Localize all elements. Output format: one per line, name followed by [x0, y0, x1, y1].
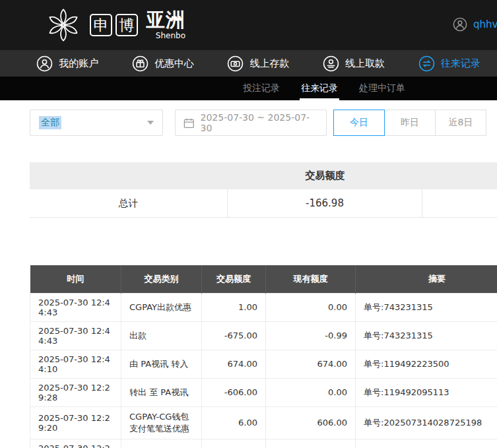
transaction-row: 2025-07-30 12:44:43出款-675.00-0.99单号:7432… [30, 321, 497, 350]
type-select[interactable]: 全部 [30, 110, 163, 136]
transaction-cell-summary: 单号:119492095113 [356, 378, 497, 406]
transaction-cell-balance: 0.00 [266, 293, 356, 321]
transaction-row: 2025-07-30 12:44:10由 PA视讯 转入674.00674.00… [30, 350, 497, 378]
records-icon [418, 55, 435, 72]
transaction-cell-balance: 600.00 [266, 439, 356, 448]
transactions-header-row: 时间 交易类别 交易额度 现有额度 摘要 [30, 265, 497, 293]
summary-table: 交易额度 总计 -166.98 [30, 162, 497, 218]
brand-logo[interactable]: 申 博 亚洲 Shenbo [45, 7, 185, 44]
main-navigation: 我的账户 优惠中心 线上存款 线上取款 往来记录 [0, 50, 497, 77]
tab-transaction-records[interactable]: 往来记录 [301, 77, 338, 100]
lotus-logo-icon [45, 7, 82, 44]
quick-range-buttons: 今日 昨日 近8日 [333, 110, 486, 136]
top-bar: 申 博 亚洲 Shenbo qhhv [0, 0, 497, 50]
nav-item-promotions[interactable]: 优惠中心 [116, 55, 211, 72]
transactions-table: 时间 交易类别 交易额度 现有额度 摘要 2025-07-30 12:44:43… [30, 265, 497, 448]
transaction-cell-amount: 1.00 [202, 293, 266, 321]
account-icon [36, 55, 53, 72]
column-header-time: 时间 [30, 265, 121, 293]
tab-label: 投注记录 [243, 82, 280, 94]
transaction-cell-time: 2025-07-30 12:44:43 [30, 321, 121, 350]
tab-processing-orders[interactable]: 处理中订单 [359, 77, 405, 100]
transaction-cell-type: 由 PA视讯 转入 [121, 350, 202, 378]
last-8-days-button[interactable]: 近8日 [435, 110, 486, 136]
transaction-cell-type: CGPAY-CG钱包支付笔笔送优惠 [121, 406, 202, 439]
summary-total-label: 总计 [30, 189, 228, 217]
avatar-icon [453, 17, 467, 32]
column-header-type: 交易类别 [121, 265, 202, 293]
transaction-row: 2025-07-30 12:44:43CGPAY出款优惠1.000.00单号:7… [30, 293, 497, 321]
transaction-cell-amount: 674.00 [202, 350, 266, 378]
nav-item-transaction-records[interactable]: 往来记录 [401, 55, 497, 72]
transaction-cell-time: 2025-07-30 12:44:10 [30, 350, 121, 378]
yesterday-button[interactable]: 昨日 [384, 110, 436, 136]
summary-header-row: 交易额度 [30, 162, 497, 189]
tab-label: 处理中订单 [359, 82, 405, 94]
brand-characters: 申 博 [90, 14, 138, 36]
nav-label: 往来记录 [441, 57, 480, 70]
summary-amount-header: 交易额度 [228, 170, 422, 182]
transaction-cell-amount: -675.00 [202, 321, 266, 350]
today-button[interactable]: 今日 [333, 110, 385, 136]
transaction-cell-summary: 单号:202507314028725198 [356, 406, 497, 439]
calendar-icon [183, 117, 195, 129]
transaction-cell-summary: 单号:119492223500 [356, 350, 497, 378]
date-range-picker[interactable]: 2025-07-30 ~ 2025-07-30 [175, 110, 327, 136]
transaction-cell-amount: 6.00 [202, 406, 266, 439]
brand-subtitle: Shenbo [156, 32, 185, 40]
transaction-cell-balance: -0.99 [266, 321, 356, 350]
transaction-cell-balance: 606.00 [266, 406, 356, 439]
nav-label: 线上存款 [249, 57, 289, 70]
transaction-cell-summary: 单号:743231315 [356, 321, 497, 350]
transaction-cell-type: 出款 [121, 321, 202, 350]
transaction-row: 2025-07-30 12:29:20CGPAY支付600.00600.00单号… [30, 439, 497, 448]
transaction-cell-amount: 600.00 [202, 439, 266, 448]
brand-char-bo: 博 [116, 14, 138, 36]
transaction-cell-balance: 0.00 [266, 378, 356, 406]
nav-item-deposit[interactable]: 线上存款 [211, 55, 306, 72]
summary-total-value: -166.98 [228, 189, 422, 217]
tab-label: 往来记录 [301, 82, 338, 94]
transaction-cell-time: 2025-07-30 12:44:43 [30, 293, 121, 321]
transaction-cell-balance: 674.00 [266, 350, 356, 378]
transaction-cell-summary: 单号:202507314028725198 [356, 439, 497, 448]
chevron-down-icon [147, 121, 154, 125]
transaction-cell-time: 2025-07-30 12:29:28 [30, 378, 121, 406]
record-tabs: 投注记录 往来记录 处理中订单 [0, 77, 497, 100]
withdraw-icon [323, 55, 339, 72]
transaction-cell-amount: -606.00 [202, 378, 266, 406]
tab-betting-records[interactable]: 投注记录 [243, 77, 280, 100]
transaction-row: 2025-07-30 12:29:28转出 至 PA视讯-606.000.00单… [30, 378, 497, 406]
brand-region: 亚洲 [146, 11, 185, 30]
nav-label: 优惠中心 [154, 57, 194, 70]
transaction-cell-type: CGPAY支付 [121, 439, 202, 448]
nav-item-my-account[interactable]: 我的账户 [20, 55, 116, 72]
username-link[interactable]: qhhv [473, 18, 497, 30]
transaction-cell-time: 2025-07-30 12:29:20 [30, 439, 121, 448]
column-header-summary: 摘要 [356, 265, 497, 293]
promo-gift-icon [132, 55, 149, 72]
transaction-cell-time: 2025-07-30 12:29:20 [30, 406, 121, 439]
column-header-balance: 现有额度 [266, 265, 356, 293]
transaction-cell-summary: 单号:743231315 [356, 293, 497, 321]
nav-label: 我的账户 [59, 57, 98, 70]
column-header-amount: 交易额度 [202, 265, 266, 293]
transactions-body: 2025-07-30 12:44:43CGPAY出款优惠1.000.00单号:7… [30, 293, 497, 448]
type-select-value: 全部 [39, 116, 61, 129]
transaction-cell-type: 转出 至 PA视讯 [121, 378, 202, 406]
filter-bar: 全部 2025-07-30 ~ 2025-07-30 今日 昨日 近8日 [30, 110, 497, 136]
brand-char-shen: 申 [90, 14, 112, 36]
nav-item-withdraw[interactable]: 线上取款 [306, 55, 402, 72]
nav-label: 线上取款 [345, 57, 385, 70]
summary-total-row: 总计 -166.98 [30, 189, 497, 218]
date-range-value: 2025-07-30 ~ 2025-07-30 [201, 112, 318, 133]
user-account-area[interactable]: qhhv [453, 17, 497, 32]
transaction-row: 2025-07-30 12:29:20CGPAY-CG钱包支付笔笔送优惠6.00… [30, 406, 497, 439]
deposit-icon [227, 55, 244, 72]
transaction-cell-type: CGPAY出款优惠 [121, 293, 202, 321]
